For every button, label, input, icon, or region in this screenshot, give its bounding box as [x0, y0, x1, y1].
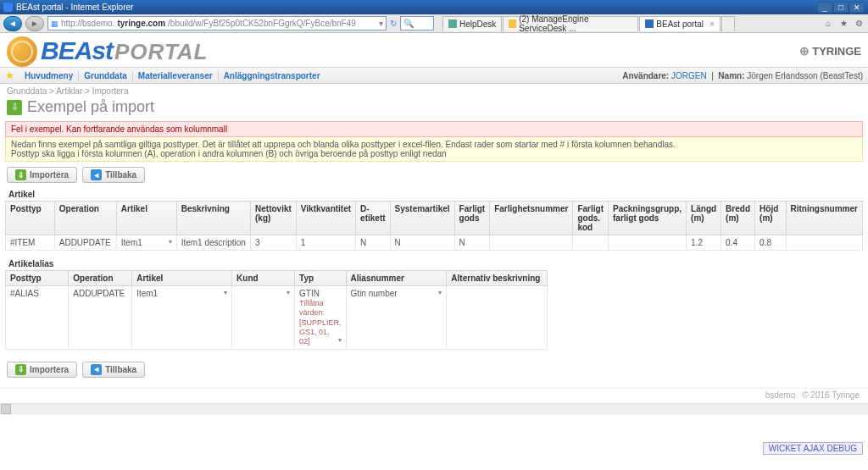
caret-icon: ▾	[224, 289, 227, 296]
cell-typ: GTIN Tillåtna värden: [SUPPLIER, GS1, 01…	[295, 286, 347, 350]
cell-viktkvant: 1	[296, 235, 355, 251]
alias-section-title: Artikelalias	[5, 257, 863, 270]
tab-close-icon[interactable]: ×	[709, 19, 715, 29]
back-nav-button[interactable]: ◄	[3, 16, 22, 31]
browser-search-box[interactable]: 🔍	[400, 16, 434, 30]
col-bredd: Bredd (m)	[721, 202, 755, 235]
tools-icon[interactable]: ⚙	[853, 18, 865, 30]
col-detikett: D-etikett	[356, 202, 390, 235]
typ-value: GTIN	[299, 289, 320, 298]
close-button[interactable]: ✕	[849, 2, 865, 13]
brand-text-portal: PORTAL	[114, 39, 208, 65]
cell-hojd: 0.8	[755, 235, 786, 251]
alias-table: Posttyp Operation Artikel Kund Typ Alias…	[5, 270, 548, 350]
address-bar[interactable]: ▦ http://bsdemo.tyringe.com/bbuild/w/FyB…	[47, 16, 387, 30]
browser-toolbar: ◄ ► ▦ http://bsdemo.tyringe.com/bbuild/w…	[0, 14, 868, 33]
cell-bredd: 0.4	[721, 235, 755, 251]
tab-icon	[448, 19, 457, 28]
col-posttyp: Posttyp	[6, 202, 55, 235]
home-icon[interactable]: ⌂	[822, 18, 834, 30]
error-message: Fel i exempel. Kan fortfarande användas …	[5, 121, 863, 137]
page-footer: bsdemo © 2016 Tyringe	[0, 388, 868, 403]
col-kund: Kund	[232, 271, 295, 286]
scrollbar-thumb[interactable]	[1, 404, 11, 414]
footer-host: bsdemo	[765, 390, 796, 400]
vendor-text: TYRINGE	[812, 45, 861, 58]
tab-label: (2) ManageEngine ServiceDesk ...	[519, 14, 632, 33]
cell-posttyp: #ALIAS	[6, 286, 69, 350]
caret-icon: ▾	[287, 289, 290, 296]
table-row: #ITEM ADDUPDATE Item1▾ Item1 description…	[6, 235, 863, 251]
cell-systemartikel: N	[390, 235, 454, 251]
tab-label: HelpDesk	[459, 19, 496, 29]
maximize-button[interactable]: □	[833, 2, 849, 13]
window-titlebar: BEAst portal - Internet Explorer _ □ ✕	[0, 0, 868, 14]
page-title-row: ⇩ Exempel på import	[0, 98, 868, 121]
caret-icon: ▾	[169, 238, 172, 246]
new-tab-button[interactable]	[721, 16, 735, 31]
cell-aliasnr: Gtin number▾	[346, 286, 447, 350]
col-artikel: Artikel	[132, 271, 232, 286]
back-button-label: Tillbaka	[105, 170, 136, 180]
refresh-icon[interactable]: ↻	[390, 19, 397, 28]
forward-nav-button[interactable]: ►	[25, 16, 44, 31]
footer-copyright: © 2016 Tyringe	[802, 390, 860, 400]
back-button-icon: ◄	[91, 364, 102, 375]
col-altbesk: Alternativ beskrivning	[447, 271, 548, 286]
typ-allowed-values: Tillåtna värden: [SUPPLIER, GS1, 01, 02]	[299, 299, 342, 346]
cell-farlighetsnr	[490, 235, 573, 251]
user-label: Användare:	[622, 71, 669, 80]
col-typ: Typ	[295, 271, 347, 286]
tab-beast-portal[interactable]: BEAst portal×	[639, 16, 720, 31]
menu-materialleveranser[interactable]: Materialleveranser	[133, 71, 219, 80]
minimize-button[interactable]: _	[817, 2, 832, 13]
col-ritningsnr: Ritningsnummer	[786, 202, 863, 235]
vendor-icon: ⊕	[799, 44, 810, 58]
favicon-icon	[3, 3, 13, 12]
col-artikel: Artikel	[116, 202, 176, 235]
url-dropdown-icon[interactable]: ▾	[379, 19, 383, 28]
tab-icon	[645, 19, 654, 28]
user-info: Användare: JORGEN | Namn: Jörgen Erlands…	[622, 71, 863, 80]
cell-posttyp: #ITEM	[6, 235, 55, 251]
window-title: BEAst portal - Internet Explorer	[16, 3, 133, 12]
table-row: #ALIAS ADDUPDATE Item1▾ ▾ GTIN Tillåtna …	[6, 286, 548, 350]
back-button-bottom[interactable]: ◄Tillbaka	[82, 362, 145, 378]
menu-huvudmeny[interactable]: Huvudmeny	[19, 71, 79, 80]
menu-anlaggningstransporter[interactable]: Anläggningstransporter	[219, 71, 326, 80]
tab-helpdesk[interactable]: HelpDesk	[442, 16, 502, 31]
import-button[interactable]: ⇩Importera	[7, 167, 77, 183]
col-packgrupp: Packningsgrupp, farligt gods	[608, 202, 686, 235]
cell-langd: 1.2	[687, 235, 721, 251]
tab-manageengine[interactable]: (2) ManageEngine ServiceDesk ...	[503, 16, 638, 31]
cell-altbesk	[447, 286, 548, 350]
col-operation: Operation	[54, 202, 116, 235]
cell-packgrupp	[608, 235, 686, 251]
favorite-star-icon[interactable]: ★	[5, 69, 14, 81]
import-button-label: Importera	[30, 170, 69, 180]
crumb-importera[interactable]: Importera	[92, 86, 129, 96]
back-button[interactable]: ◄Tillbaka	[82, 167, 145, 183]
name-value: Jörgen Erlandsson (BeastTest)	[747, 71, 863, 80]
menu-grunddata[interactable]: Grunddata	[79, 71, 133, 80]
import-icon: ⇩	[7, 100, 22, 115]
info-message: Nedan finns exempel på samtliga giltiga …	[5, 137, 863, 162]
artikel-table: Posttyp Operation Artikel Beskrivning Ne…	[5, 201, 863, 251]
col-langd: Längd (m)	[687, 202, 721, 235]
browser-tabs: HelpDesk (2) ManageEngine ServiceDesk ..…	[442, 16, 735, 31]
brand-text-beast: BEAst	[41, 36, 113, 65]
col-farligt-gods: Farligt gods	[454, 202, 490, 235]
crumb-artiklar[interactable]: Artiklar	[56, 86, 82, 96]
import-button-bottom[interactable]: ⇩Importera	[7, 362, 77, 378]
horizontal-scrollbar[interactable]	[0, 403, 868, 415]
col-systemartikel: Systemartikel	[390, 202, 454, 235]
url-path: /bbuild/w/FyBf25p0tCK52bnFGgrkQ/FyBce/bn…	[168, 19, 356, 28]
col-posttyp: Posttyp	[6, 271, 69, 286]
caret-icon: ▾	[438, 289, 442, 296]
import-button-label: Importera	[30, 365, 69, 374]
logo-icon	[7, 36, 37, 67]
crumb-grunddata[interactable]: Grunddata	[7, 86, 47, 96]
favorites-icon[interactable]: ★	[837, 18, 849, 30]
import-button-icon: ⇩	[15, 364, 26, 375]
tab-icon	[509, 19, 516, 28]
